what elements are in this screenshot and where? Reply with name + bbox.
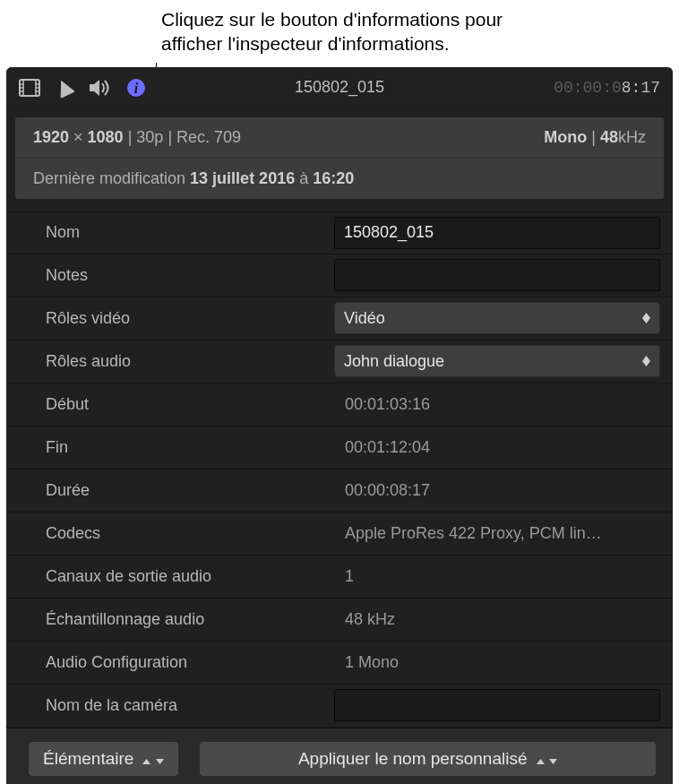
row-name: Nom xyxy=(6,211,673,254)
value-start: 00:01:03:16 xyxy=(334,395,664,414)
row-camera-name: Nom de la caméra xyxy=(6,685,673,728)
svg-marker-18 xyxy=(156,759,164,764)
metadata-view-select[interactable]: Élémentaire xyxy=(28,741,179,777)
value-audio-out: 1 xyxy=(334,567,664,586)
value-end: 00:01:12:04 xyxy=(334,438,664,457)
svg-marker-17 xyxy=(142,759,150,764)
motion-inspector-icon[interactable] xyxy=(55,78,74,98)
label-notes: Notes xyxy=(6,266,334,285)
row-notes: Notes xyxy=(6,254,673,297)
info-inspector-icon[interactable]: i xyxy=(126,78,146,98)
camera-name-input[interactable] xyxy=(334,689,660,721)
svg-marker-9 xyxy=(55,78,74,98)
label-name: Nom xyxy=(6,223,334,242)
video-format-summary: 1920 × 1080 | 30p | Rec. 709 xyxy=(33,128,241,147)
chevron-updown-icon xyxy=(537,749,557,769)
callout-line2: afficher l'inspecteur d'informations. xyxy=(161,31,679,56)
video-roles-select[interactable]: Vidéo xyxy=(334,302,660,334)
properties-list: Nom Notes Rôles vidéo Vidéo Rôles audio … xyxy=(6,211,673,728)
chevron-updown-icon xyxy=(642,313,650,323)
video-inspector-icon[interactable] xyxy=(19,79,40,97)
clip-timecode: 00:00:08:17 xyxy=(554,79,660,97)
label-audio-config: Audio Configuration xyxy=(6,653,334,672)
label-camera-name: Nom de la caméra xyxy=(6,696,334,715)
media-summary: 1920 × 1080 | 30p | Rec. 709 Mono | 48kH… xyxy=(15,117,664,199)
row-end: Fin 00:01:12:04 xyxy=(6,426,673,470)
row-audio-config: Audio Configuration 1 Mono xyxy=(6,642,673,685)
row-video-roles: Rôles vidéo Vidéo xyxy=(6,297,673,340)
row-audio-out-channels: Canaux de sortie audio 1 xyxy=(6,556,673,599)
notes-input[interactable] xyxy=(334,259,660,291)
label-video-roles: Rôles vidéo xyxy=(6,309,334,328)
label-codecs: Codecs xyxy=(6,524,334,543)
last-modified-summary: Dernière modification 13 juillet 2016 à … xyxy=(33,169,354,188)
audio-inspector-icon[interactable] xyxy=(89,78,112,98)
value-audio-config: 1 Mono xyxy=(334,653,664,672)
chevron-updown-icon xyxy=(642,356,650,366)
timecode-dim: 00:00:0 xyxy=(554,79,622,97)
label-audio-roles: Rôles audio xyxy=(6,352,334,371)
inspector-bottom-bar: Élémentaire Appliquer le nom personnalis… xyxy=(6,728,673,784)
row-codecs: Codecs Apple ProRes 422 Proxy, PCM lin… xyxy=(6,513,673,556)
value-duration: 00:00:08:17 xyxy=(334,481,664,500)
video-roles-value: Vidéo xyxy=(344,309,385,328)
row-audio-roles: Rôles audio John dialogue xyxy=(6,340,673,383)
label-start: Début xyxy=(6,395,334,414)
svg-marker-14 xyxy=(642,318,650,323)
svg-text:i: i xyxy=(134,81,139,96)
label-audio-out: Canaux de sortie audio xyxy=(6,567,334,586)
audio-roles-select[interactable]: John dialogue xyxy=(334,345,660,377)
callout-line1: Cliquez sur le bouton d'informations pou… xyxy=(161,7,679,31)
audio-format-summary: Mono | 48kHz xyxy=(544,128,646,147)
name-input[interactable] xyxy=(334,217,660,249)
callout-caption: Cliquez sur le bouton d'informations pou… xyxy=(0,0,679,67)
label-end: Fin xyxy=(6,438,334,457)
apply-custom-name-select[interactable]: Appliquer le nom personnalisé xyxy=(199,741,657,777)
chevron-updown-icon xyxy=(142,749,163,769)
row-sample-rate: Échantillonnage audio 48 kHz xyxy=(6,599,673,642)
label-duration: Durée xyxy=(6,481,334,500)
row-start: Début 00:01:03:16 xyxy=(6,383,673,426)
svg-marker-16 xyxy=(642,361,650,366)
svg-marker-10 xyxy=(90,80,99,96)
value-codecs: Apple ProRes 422 Proxy, PCM lin… xyxy=(334,524,664,543)
value-sample-rate: 48 kHz xyxy=(334,610,664,629)
svg-marker-20 xyxy=(549,759,557,764)
inspector-toolbar: i 150802_015 00:00:08:17 xyxy=(6,67,673,108)
apply-custom-name-label: Appliquer le nom personnalisé xyxy=(298,749,528,769)
audio-roles-value: John dialogue xyxy=(344,352,444,371)
metadata-view-label: Élémentaire xyxy=(43,749,133,769)
info-inspector-panel: i 150802_015 00:00:08:17 1920 × 1080 | 3… xyxy=(6,67,673,784)
svg-marker-19 xyxy=(537,759,545,764)
timecode-bright: 8:17 xyxy=(622,79,660,97)
row-duration: Durée 00:00:08:17 xyxy=(6,470,673,513)
label-sample-rate: Échantillonnage audio xyxy=(6,610,334,629)
